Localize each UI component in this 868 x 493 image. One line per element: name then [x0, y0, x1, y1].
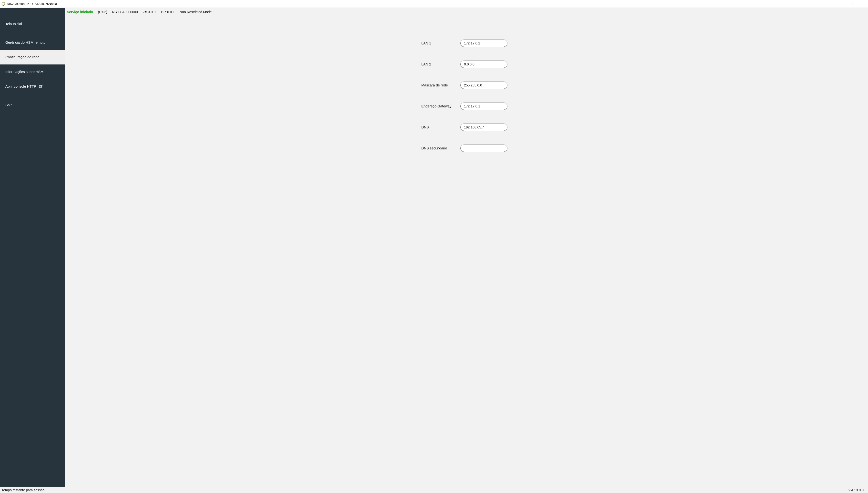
window-controls [834, 0, 868, 7]
sidebar-item-label: Gerência do HSM remoto [5, 41, 45, 44]
sidebar-item-label: Tela Inicial [5, 22, 22, 26]
sidebar-item-label: Sair [5, 103, 12, 107]
svg-point-9 [865, 492, 865, 492]
sidebar-item-remote-hsm[interactable]: Gerência do HSM remoto [0, 35, 65, 50]
platform-label: (DXP) [98, 10, 107, 14]
firmware-version: v.5.3.0.0 [143, 10, 156, 14]
svg-point-8 [866, 492, 866, 492]
app-shell: Tela Inicial Gerência do HSM remoto Conf… [0, 8, 868, 487]
gateway-label: Endereço Gateway [421, 104, 451, 108]
sidebar: Tela Inicial Gerência do HSM remoto Conf… [0, 8, 65, 487]
lan2-label: LAN 2 [421, 62, 431, 66]
session-time-value: 0 [46, 488, 48, 492]
svg-point-5 [867, 491, 867, 491]
app-icon [1, 2, 5, 6]
form-grid: LAN 1 LAN 2 Máscara de rede Endereço Gat… [421, 40, 511, 152]
lan1-input[interactable] [460, 40, 507, 47]
sidebar-item-hsm-info[interactable]: Informações sobre HSM [0, 64, 65, 79]
mode-label: Non Restricted Mode [180, 10, 212, 14]
network-form: LAN 1 LAN 2 Máscara de rede Endereço Gat… [65, 16, 868, 487]
top-info-strip: Serviço iniciado (DXP) NS TCA0000000 v.5… [65, 8, 868, 16]
close-button[interactable] [857, 0, 868, 7]
dns2-input[interactable] [460, 145, 507, 152]
app-version: v 4.13.0.0 [849, 488, 864, 492]
service-status: Serviço iniciado [67, 10, 93, 14]
status-bar-left: Tempo restante para sessão: 0 [0, 487, 434, 493]
svg-point-6 [866, 491, 866, 491]
serial-number: NS TCA0000000 [112, 10, 138, 14]
sidebar-item-label: Informações sobre HSM [5, 70, 43, 74]
status-bar: Tempo restante para sessão: 0 v 4.13.0.0 [0, 487, 868, 493]
maximize-button[interactable] [846, 0, 857, 7]
sidebar-item-open-http-console[interactable]: Abrir console HTTP [0, 79, 65, 94]
netmask-label: Máscara de rede [421, 83, 448, 87]
lan1-label: LAN 1 [421, 41, 431, 45]
svg-rect-2 [850, 3, 852, 5]
connected-ip: 127.0.0.1 [161, 10, 175, 14]
status-bar-right: v 4.13.0.0 [434, 488, 868, 492]
svg-point-7 [867, 492, 867, 492]
sidebar-item-home[interactable]: Tela Inicial [0, 13, 65, 35]
dns2-label: DNS secundário [421, 146, 447, 150]
external-link-icon [39, 85, 43, 88]
sidebar-item-exit[interactable]: Sair [0, 94, 65, 116]
minimize-button[interactable] [834, 0, 846, 7]
sidebar-item-label: Configuração de rede [5, 55, 39, 59]
resize-grip-icon[interactable] [865, 490, 868, 493]
netmask-input[interactable] [460, 82, 507, 89]
sidebar-item-network-config[interactable]: Configuração de rede [0, 50, 65, 64]
window-title: DINAMOcon - KEY-STATION\Nadia [7, 2, 57, 6]
lan2-input[interactable] [460, 61, 507, 68]
gateway-input[interactable] [460, 103, 507, 110]
title-bar: DINAMOcon - KEY-STATION\Nadia [0, 0, 868, 8]
sidebar-item-label: Abrir console HTTP [5, 85, 36, 88]
dns-label: DNS [421, 125, 429, 129]
session-time-label: Tempo restante para sessão: [1, 488, 46, 492]
dns-input[interactable] [460, 124, 507, 131]
svg-point-4 [867, 490, 867, 490]
content: Serviço iniciado (DXP) NS TCA0000000 v.5… [65, 8, 868, 487]
